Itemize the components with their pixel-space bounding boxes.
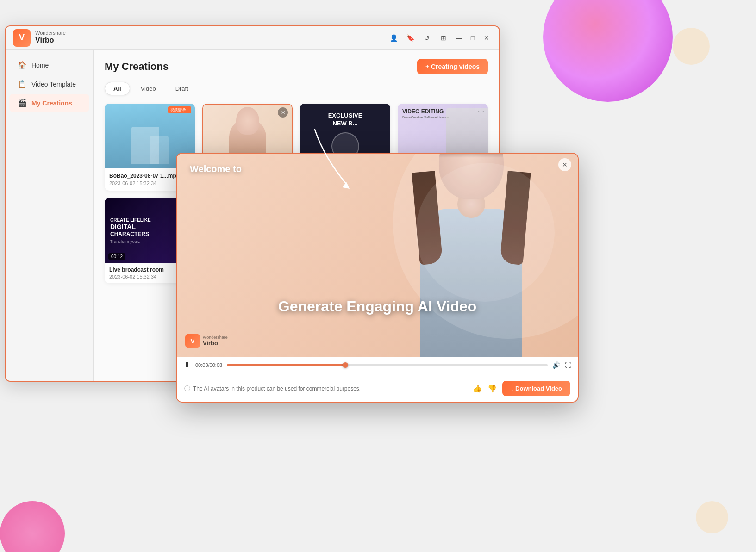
sidebar-item-my-creations[interactable]: 🎬 My Creations xyxy=(9,94,89,112)
sidebar-label-video-template: Video Template xyxy=(31,81,76,88)
title-bar: V Wondershare Virbo 👤 🔖 ↺ ⊞ — □ ✕ xyxy=(6,26,499,50)
tabs-container: All Video Draft xyxy=(105,82,488,95)
app-name: Wondershare Virbo xyxy=(35,31,66,44)
app-logo: V xyxy=(13,29,31,47)
ws-logo-icon: V xyxy=(185,334,200,348)
delete-btn-2[interactable]: ✕ xyxy=(278,107,288,118)
grid-icon[interactable]: ⊞ xyxy=(437,31,450,44)
sidebar-label-home: Home xyxy=(31,62,49,69)
video-modal: Welcome to ✕ Generat xyxy=(176,153,579,403)
tab-draft[interactable]: Draft xyxy=(167,82,197,95)
info-icon: ⓘ xyxy=(184,385,190,393)
title-bar-controls: 👤 🔖 ↺ ⊞ — □ ✕ xyxy=(387,31,492,44)
video-info-bar: ⓘ The AI avatars in this product can be … xyxy=(177,375,578,402)
bookmark-icon[interactable]: 🔖 xyxy=(404,31,417,44)
video-controls: ⏸ 00:03/00:08 🔊 ⛶ xyxy=(177,357,578,375)
title-bar-left: V Wondershare Virbo xyxy=(13,29,66,47)
download-video-button[interactable]: ↓ Download Video xyxy=(502,381,570,396)
video-welcome-text: Welcome to xyxy=(190,164,242,174)
volume-icon[interactable]: 🔊 xyxy=(552,361,560,369)
thumbs-down-icon[interactable]: 👎 xyxy=(487,384,497,393)
video-template-icon: 📋 xyxy=(18,80,27,88)
maximize-button[interactable]: □ xyxy=(468,33,478,43)
play-pause-button[interactable]: ⏸ xyxy=(183,361,191,369)
create-videos-button[interactable]: + Creating videos xyxy=(417,59,488,74)
action-icons: 👍 👎 ↓ Download Video xyxy=(473,381,570,396)
brand-name-bottom: Virbo xyxy=(35,36,66,44)
home-icon: 🏠 xyxy=(18,61,27,69)
progress-thumb xyxy=(343,362,348,368)
refresh-icon[interactable]: ↺ xyxy=(420,31,433,44)
sidebar-item-home[interactable]: 🏠 Home xyxy=(9,56,89,74)
close-button[interactable]: ✕ xyxy=(481,33,492,43)
sidebar: 🏠 Home 📋 Video Template 🎬 My Creations xyxy=(6,50,94,381)
ws-logo-text: Wondershare Virbo xyxy=(203,335,228,347)
bg-decoration-cream xyxy=(673,28,710,65)
sidebar-item-video-template[interactable]: 📋 Video Template xyxy=(9,75,89,93)
fullscreen-icon[interactable]: ⛶ xyxy=(565,361,571,369)
progress-bar-container: ⏸ 00:03/00:08 🔊 ⛶ xyxy=(183,361,571,369)
minimize-button[interactable]: — xyxy=(454,33,464,43)
page-header: My Creations + Creating videos xyxy=(105,59,488,74)
bg-decoration-pink xyxy=(543,0,673,102)
info-text-container: ⓘ The AI avatars in this product can be … xyxy=(184,385,361,393)
video-player-area: Welcome to ✕ Generat xyxy=(177,154,578,357)
user-icon[interactable]: 👤 xyxy=(387,31,400,44)
thumbs-up-icon[interactable]: 👍 xyxy=(473,384,482,393)
info-text: The AI avatars in this product can be us… xyxy=(193,385,361,392)
time-display: 00:03/00:08 xyxy=(195,362,222,368)
progress-fill xyxy=(227,364,345,366)
bg-decoration-cream-bottom xyxy=(696,501,728,533)
video-badge-1: 视频翻译中 xyxy=(168,106,191,113)
progress-bar[interactable] xyxy=(227,364,548,366)
video-duration-5: 00:12 xyxy=(108,253,125,260)
ws-logo-in-video: V Wondershare Virbo xyxy=(185,334,228,348)
video-ai-text: Generate Engaging AI Video xyxy=(278,298,477,315)
brand-name-top: Wondershare xyxy=(35,31,66,36)
tab-video[interactable]: Video xyxy=(132,82,165,95)
my-creations-icon: 🎬 xyxy=(18,99,27,107)
page-title: My Creations xyxy=(105,61,169,73)
sidebar-label-my-creations: My Creations xyxy=(31,99,72,107)
bg-decoration-pink-bottom xyxy=(0,501,65,552)
more-options-4[interactable]: ⋯ xyxy=(478,107,484,115)
tab-all[interactable]: All xyxy=(105,82,130,95)
